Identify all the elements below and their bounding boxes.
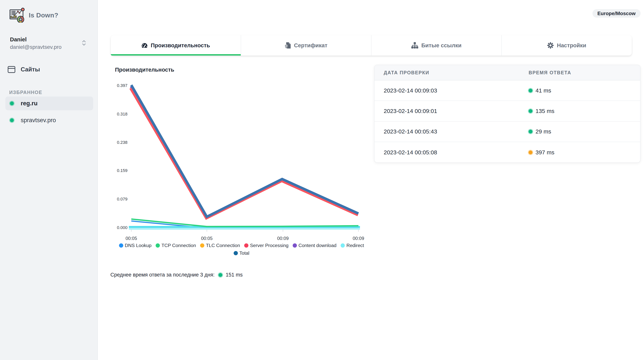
svg-text:00:05: 00:05	[201, 236, 212, 241]
svg-text:0.000: 0.000	[117, 225, 128, 230]
svg-text:00:05: 00:05	[126, 236, 137, 241]
svg-text:0.079: 0.079	[117, 197, 128, 201]
svg-text:00:09: 00:09	[277, 236, 289, 241]
svg-text:0.397: 0.397	[117, 83, 128, 88]
svg-text:00:09: 00:09	[353, 236, 364, 241]
svg-text:0.238: 0.238	[117, 140, 128, 145]
svg-text:0.159: 0.159	[117, 168, 128, 173]
svg-text:0.318: 0.318	[117, 112, 128, 116]
